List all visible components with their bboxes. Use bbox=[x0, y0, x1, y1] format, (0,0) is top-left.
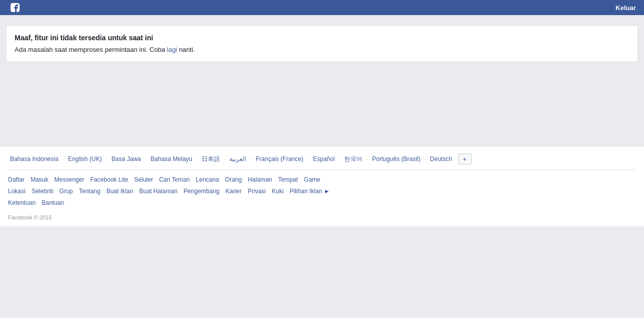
footer-link-cari-teman[interactable]: Cari Teman bbox=[159, 175, 190, 185]
error-retry-link[interactable]: lagi bbox=[167, 46, 177, 53]
footer-link-halaman[interactable]: Halaman bbox=[248, 175, 272, 185]
lang-sep-1: · bbox=[62, 156, 64, 162]
lang-more-button[interactable]: + bbox=[458, 153, 471, 165]
footer-links: Daftar Masuk Messenger Facebook Lite Sel… bbox=[8, 175, 636, 210]
footer-link-ketentuan[interactable]: Ketentuan bbox=[8, 198, 36, 208]
footer-link-lokasi[interactable]: Lokasi bbox=[8, 187, 26, 196]
lang-basa-jawa[interactable]: Basa Jawa bbox=[110, 155, 143, 163]
footer-links-row-3: Ketentuan Bantuan bbox=[8, 198, 636, 210]
footer-link-kuki[interactable]: Kuki bbox=[272, 187, 283, 196]
footer-link-bantuan[interactable]: Bantuan bbox=[42, 198, 64, 208]
error-message-suffix: nanti. bbox=[177, 46, 195, 53]
lang-sep-6: · bbox=[250, 156, 252, 162]
lang-francais[interactable]: Français (France) bbox=[254, 155, 305, 163]
footer-link-tentang[interactable]: Tentang bbox=[79, 187, 101, 196]
lang-portugues[interactable]: Português (Brasil) bbox=[370, 155, 422, 163]
footer-link-pilihan-iklan[interactable]: Pilihan Iklan ► bbox=[290, 187, 330, 196]
footer-link-seluler[interactable]: Seluler bbox=[134, 175, 153, 185]
footer-link-karier[interactable]: Karier bbox=[225, 187, 242, 196]
lang-sep-5: · bbox=[224, 156, 225, 162]
lang-sep-2: · bbox=[106, 156, 108, 162]
lang-korean[interactable]: 한국어 bbox=[342, 155, 364, 164]
footer-link-lencana[interactable]: Lencana bbox=[196, 175, 219, 185]
lang-bahasa-indonesia[interactable]: Bahasa Indonesia bbox=[8, 155, 60, 163]
footer-link-buat-halaman[interactable]: Buat Halaman bbox=[139, 187, 178, 196]
lang-sep-3: · bbox=[145, 156, 146, 162]
footer-link-pengembang[interactable]: Pengembang bbox=[184, 187, 219, 196]
lang-espanol[interactable]: Español bbox=[311, 155, 337, 163]
footer-link-tempat[interactable]: Tempat bbox=[278, 175, 298, 185]
language-bar: Bahasa Indonesia · English (UK) · Basa J… bbox=[8, 153, 636, 170]
error-box: Maaf, fitur ini tidak tersedia untuk saa… bbox=[6, 25, 638, 62]
lang-english-uk[interactable]: English (UK) bbox=[66, 155, 104, 163]
footer-link-game[interactable]: Game bbox=[304, 175, 320, 185]
lang-sep-9: · bbox=[366, 156, 368, 162]
footer: Bahasa Indonesia · English (UK) · Basa J… bbox=[0, 146, 644, 226]
keluar-button[interactable]: Keluar bbox=[616, 4, 636, 12]
footer-links-row-1: Daftar Masuk Messenger Facebook Lite Sel… bbox=[8, 175, 636, 187]
footer-link-privasi[interactable]: Privasi bbox=[248, 187, 266, 196]
footer-link-orang[interactable]: Orang bbox=[225, 175, 242, 185]
error-title: Maaf, fitur ini tidak tersedia untuk saa… bbox=[15, 34, 629, 42]
lang-arabic[interactable]: العربية bbox=[227, 155, 248, 163]
footer-link-facebook-lite[interactable]: Facebook Lite bbox=[90, 175, 128, 185]
pilihan-iklan-arrow-icon: ► bbox=[324, 188, 330, 195]
footer-link-grup[interactable]: Grup bbox=[59, 187, 73, 196]
footer-link-buat-iklan[interactable]: Buat Iklan bbox=[106, 187, 133, 196]
main-content: Maaf, fitur ini tidak tersedia untuk saa… bbox=[0, 15, 644, 146]
facebook-logo[interactable] bbox=[8, 1, 22, 15]
lang-sep-8: · bbox=[339, 156, 340, 162]
footer-link-daftar[interactable]: Daftar bbox=[8, 175, 25, 185]
header: Keluar bbox=[0, 0, 644, 15]
error-message: Ada masalah saat memproses permintaan in… bbox=[15, 46, 629, 53]
footer-links-row-2: Lokasi Selebriti Grup Tentang Buat Iklan… bbox=[8, 187, 636, 198]
footer-link-selebriti[interactable]: Selebriti bbox=[32, 187, 53, 196]
lang-deutsch[interactable]: Deutsch bbox=[428, 155, 454, 163]
lang-japanese[interactable]: 日本語 bbox=[200, 155, 222, 164]
footer-link-messenger[interactable]: Messenger bbox=[54, 175, 84, 185]
lang-sep-7: · bbox=[307, 156, 309, 162]
lang-sep-10: · bbox=[425, 156, 426, 162]
lang-sep-4: · bbox=[196, 156, 198, 162]
lang-bahasa-melayu[interactable]: Bahasa Melayu bbox=[148, 155, 194, 163]
footer-copyright: Facebook © 2016 bbox=[8, 214, 636, 220]
error-message-prefix: Ada masalah saat memproses permintaan in… bbox=[15, 46, 167, 53]
footer-link-masuk[interactable]: Masuk bbox=[31, 175, 48, 185]
